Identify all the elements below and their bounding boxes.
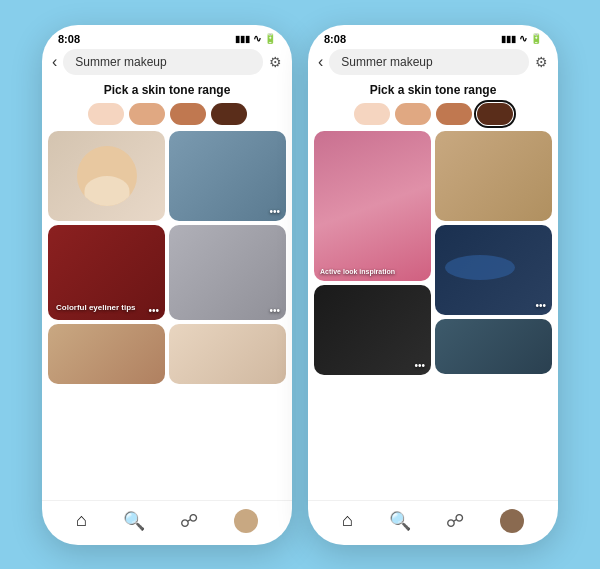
time-2: 8:08	[324, 33, 346, 45]
bottom-nav-2: ⌂ 🔍 ☍	[308, 500, 558, 545]
phone-2: 8:08 ▮▮▮ ∿ 🔋 ‹ Summer makeup ⚙ Pick a sk…	[308, 25, 558, 545]
pins-grid-1: Colorful eyeliner tips ••• ••• •••	[42, 131, 292, 500]
swatch-1-2[interactable]	[129, 103, 165, 125]
pin-1-5[interactable]	[48, 324, 165, 384]
nav-search-2[interactable]: 🔍	[389, 510, 411, 532]
search-bar-1: ‹ Summer makeup ⚙	[42, 49, 292, 75]
pins-col-left-2: Active look inspiration •••	[314, 131, 431, 500]
swatch-2-4[interactable]	[477, 103, 513, 125]
swatch-1-4[interactable]	[211, 103, 247, 125]
swatch-2-1[interactable]	[354, 103, 390, 125]
swatch-2-2[interactable]	[395, 103, 431, 125]
tone-swatches-2	[308, 103, 558, 125]
status-icons-2: ▮▮▮ ∿ 🔋	[501, 33, 542, 44]
nav-search-1[interactable]: 🔍	[123, 510, 145, 532]
battery-icon: 🔋	[264, 33, 276, 44]
skin-tone-section-1: Pick a skin tone range	[42, 79, 292, 131]
swatch-2-3[interactable]	[436, 103, 472, 125]
pin-1-4[interactable]: •••	[169, 225, 286, 320]
status-bar-1: 8:08 ▮▮▮ ∿ 🔋	[42, 25, 292, 49]
pin-label-colorful: Colorful eyeliner tips	[56, 303, 136, 312]
pin-2-4[interactable]: •••	[435, 225, 552, 315]
time-1: 8:08	[58, 33, 80, 45]
skin-tone-section-2: Pick a skin tone range	[308, 79, 558, 131]
pins-col-right-1: ••• •••	[169, 131, 286, 500]
nav-home-2[interactable]: ⌂	[342, 510, 353, 531]
signal-icon: ▮▮▮	[235, 34, 250, 44]
pin-dots-2-3[interactable]: •••	[414, 360, 425, 371]
search-input-2[interactable]: Summer makeup	[329, 49, 529, 75]
nav-avatar-1[interactable]	[234, 509, 258, 533]
battery-icon-2: 🔋	[530, 33, 542, 44]
pins-grid-2: Active look inspiration ••• •••	[308, 131, 558, 500]
pin-dots-2[interactable]: •••	[269, 206, 280, 217]
filter-icon-2[interactable]: ⚙	[535, 54, 548, 70]
pin-1-2[interactable]: •••	[169, 131, 286, 221]
nav-home-1[interactable]: ⌂	[76, 510, 87, 531]
pin-1-3[interactable]: Colorful eyeliner tips •••	[48, 225, 165, 320]
back-button-1[interactable]: ‹	[52, 53, 57, 71]
phones-container: 8:08 ▮▮▮ ∿ 🔋 ‹ Summer makeup ⚙ Pick a sk…	[22, 5, 578, 565]
wifi-icon-2: ∿	[519, 33, 527, 44]
bottom-nav-1: ⌂ 🔍 ☍	[42, 500, 292, 545]
status-icons-1: ▮▮▮ ∿ 🔋	[235, 33, 276, 44]
pin-2-2[interactable]	[435, 131, 552, 221]
nav-chat-2[interactable]: ☍	[446, 510, 464, 532]
signal-icon-2: ▮▮▮	[501, 34, 516, 44]
status-bar-2: 8:08 ▮▮▮ ∿ 🔋	[308, 25, 558, 49]
swatch-1-3[interactable]	[170, 103, 206, 125]
skin-tone-title-1: Pick a skin tone range	[42, 83, 292, 97]
pin-1-6[interactable]	[169, 324, 286, 384]
phone-1: 8:08 ▮▮▮ ∿ 🔋 ‹ Summer makeup ⚙ Pick a sk…	[42, 25, 292, 545]
pin-dots-3[interactable]: •••	[148, 305, 159, 316]
pin-dots-4[interactable]: •••	[269, 305, 280, 316]
pin-2-5[interactable]	[435, 319, 552, 374]
wifi-icon: ∿	[253, 33, 261, 44]
pin-dots-2-4[interactable]: •••	[535, 300, 546, 311]
pin-2-3[interactable]: •••	[314, 285, 431, 375]
tone-swatches-1	[42, 103, 292, 125]
pin-2-1[interactable]: Active look inspiration	[314, 131, 431, 281]
pin-1-1[interactable]	[48, 131, 165, 221]
filter-icon-1[interactable]: ⚙	[269, 54, 282, 70]
nav-avatar-2[interactable]	[500, 509, 524, 533]
search-bar-2: ‹ Summer makeup ⚙	[308, 49, 558, 75]
skin-tone-title-2: Pick a skin tone range	[308, 83, 558, 97]
pin-label-active: Active look inspiration	[320, 268, 395, 275]
pins-col-left-1: Colorful eyeliner tips •••	[48, 131, 165, 500]
swatch-1-1[interactable]	[88, 103, 124, 125]
pins-col-right-2: •••	[435, 131, 552, 500]
search-input-1[interactable]: Summer makeup	[63, 49, 263, 75]
back-button-2[interactable]: ‹	[318, 53, 323, 71]
nav-chat-1[interactable]: ☍	[180, 510, 198, 532]
